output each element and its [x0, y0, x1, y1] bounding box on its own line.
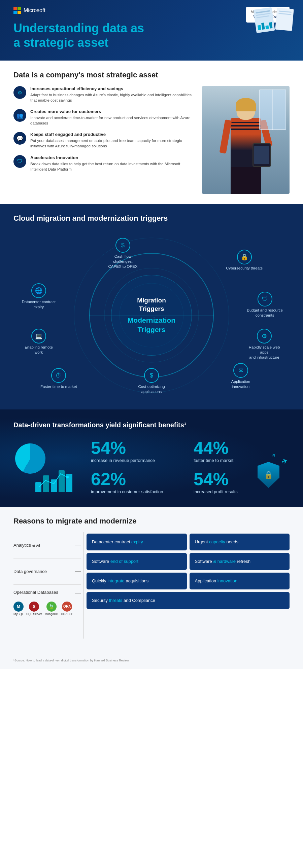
reason-row-1: Datacenter contract expiry Urgent capaci…	[87, 534, 290, 550]
header-section: Microsoft Migrate & Modernize Your Data …	[0, 0, 303, 61]
node-budget: 🛡 Budget and resourceconstraints	[247, 292, 283, 318]
doc-icon-2	[275, 8, 294, 31]
cashflow-label: Cash flow challenges,CAPEX to OPEX	[104, 254, 142, 269]
person-image	[202, 86, 290, 194]
shield-wrapper: 🔒 ✈ ✈	[257, 462, 279, 488]
btn-urgentcapacity[interactable]: Urgent capacity needs	[189, 534, 290, 550]
btn-hwrefresh[interactable]: Software & hardware refresh	[189, 553, 290, 570]
asset-point-0: ⚙ Increases operational efficiency and s…	[13, 86, 195, 103]
header-decoration	[255, 8, 293, 32]
reasons-layout: Analytics & AI Data governance Operation…	[13, 532, 290, 639]
ms-yellow-square	[18, 11, 21, 14]
migration-title: Cloud migration and modernization trigge…	[13, 214, 290, 223]
mysql-logo: M MySQL	[13, 601, 24, 616]
innovation-desc: Break down data silos to help get the be…	[30, 161, 195, 172]
customers-desc: Innovate and accelerate time-to-market f…	[30, 115, 195, 126]
strategic-title: Data is a company's most strategic asset	[13, 71, 290, 80]
reason-row-4: Security threats and Compliance	[87, 592, 290, 609]
connector-analytics	[75, 545, 81, 545]
reason-row-2: Software end of support Software & hardw…	[87, 553, 290, 570]
oracle-logo: ORA ORACLE	[61, 601, 73, 616]
btn-security[interactable]: Security threats and Compliance	[87, 592, 290, 609]
costopt-label: Cost-optimizing applications	[133, 384, 170, 394]
node-scale: ⚙ Rapidly scale web appsand infrastructu…	[246, 329, 283, 360]
btn-integrate[interactable]: Quickly integrate acquisitions	[87, 572, 187, 589]
footnote-text: ¹Source: How to lead a data-driven digit…	[13, 659, 290, 662]
sqlserver-logo: S SQL Server	[26, 601, 42, 616]
innovation-title: Accelerates Innovation	[30, 155, 195, 160]
connector-opdbs	[75, 593, 81, 593]
asset-point-3: 🛡 Accelerates Innovation Break down data…	[13, 155, 195, 172]
node-costopt: $ Cost-optimizing applications	[133, 368, 170, 394]
mongodb-label: MongoDB	[45, 612, 58, 616]
btn-datacenter[interactable]: Datacenter contract expiry	[87, 534, 187, 550]
node-cybersecurity: 🔒 Cybersecurity threats	[226, 250, 263, 271]
efficiency-title: Increases operational efficiency and sav…	[30, 86, 195, 91]
highlight-threats: threats	[109, 598, 123, 603]
efficiency-desc: Adapt fast to business changes with Azur…	[30, 92, 195, 103]
btn-integrate-text: Quickly integrate acquisitions	[92, 578, 149, 583]
footnote-section: ¹Source: How to lead a data-driven digit…	[0, 655, 303, 669]
migration-center-text: MigrationTriggers	[128, 297, 175, 313]
node-cashflow: $ Cash flow challenges,CAPEX to OPEX	[104, 238, 142, 269]
fastertime-icon: ⏱	[51, 368, 66, 383]
datacenter-icon: 🌐	[31, 283, 46, 298]
highlight-capacity: capacity	[209, 539, 225, 544]
db-logos: M MySQL S SQL Server 🍃 MongoDB ORA ORACL…	[13, 599, 74, 616]
btn-softwareeos[interactable]: Software end of support	[87, 553, 187, 570]
btn-appinnovation[interactable]: Application innovation	[189, 572, 290, 589]
fastertime-label: Faster time to market	[40, 384, 77, 389]
mysql-label: MySQL	[13, 612, 24, 616]
stat-0-desc: increase in revenue performance	[91, 458, 187, 464]
vertical-divider	[84, 532, 84, 639]
stat-2-percent: 62%	[91, 470, 187, 488]
mongodb-logo: 🍃 MongoDB	[45, 601, 58, 616]
innovation-icon: 🛡	[13, 155, 26, 168]
stat-0-percent: 54%	[91, 439, 187, 457]
benefits-graphic	[13, 440, 81, 494]
asset-point-2: 💬 Keeps staff engaged and productive Put…	[13, 132, 195, 149]
stat-1: 44% faster time to market	[193, 439, 290, 464]
strategic-section: Data is a company's most strategic asset…	[0, 61, 303, 204]
efficiency-text: Increases operational efficiency and sav…	[30, 86, 195, 103]
highlight-appinnovation: innovation	[217, 578, 237, 583]
highlight-eos: end of support	[111, 559, 139, 564]
appinnovation-icon: ✉	[233, 363, 248, 378]
highlight-integrate: integrate	[108, 578, 125, 583]
btn-urgentcapacity-text: Urgent capacity needs	[195, 539, 238, 544]
ms-squares-icon	[13, 7, 21, 14]
oracle-label: ORACLE	[61, 612, 73, 616]
staff-desc: Put your databases' management on auto-p…	[30, 138, 195, 149]
category-datagovt: Data governance	[13, 558, 81, 585]
staff-title: Keeps staff engaged and productive	[30, 132, 195, 137]
shield-decoration: 🔒 ✈ ✈	[257, 462, 279, 488]
category-opdbs: Operational Databases M MySQL S SQL Serv…	[13, 585, 81, 639]
svg-point-4	[66, 476, 69, 478]
mysql-icon: M	[13, 601, 24, 612]
btn-hwrefresh-text: Software & hardware refresh	[195, 559, 250, 564]
staff-icon: 💬	[13, 132, 26, 145]
btn-appinnovation-text: Application innovation	[195, 578, 238, 583]
page-title: Understanding data as a strategic asset	[13, 21, 290, 50]
shield-icon: 🔒	[257, 462, 279, 488]
customers-icon: 👥	[13, 109, 26, 122]
stat-2-desc: improvement in customer satisfaction	[91, 489, 187, 495]
cashflow-icon: $	[116, 238, 130, 253]
migration-diagram: MigrationTriggers ModernizationTriggers …	[13, 231, 290, 399]
cybersecurity-icon: 🔒	[237, 250, 252, 265]
remotework-icon: 💻	[31, 329, 46, 343]
reasons-categories: Analytics & AI Data governance Operation…	[13, 532, 81, 639]
benefits-title: Data-driven transformations yield signif…	[13, 421, 290, 429]
btn-datacenter-text: Datacenter contract expiry	[92, 539, 143, 544]
cybersecurity-label: Cybersecurity threats	[226, 266, 263, 271]
node-fastertime: ⏱ Faster time to market	[40, 368, 77, 389]
modernization-center-text: ModernizationTriggers	[128, 316, 175, 334]
remotework-label: Enabling remote work	[20, 345, 57, 355]
chart-container	[13, 440, 74, 494]
reasons-title: Reasons to migrate and modernize	[13, 517, 290, 526]
customers-text: Creates more value for customers Innovat…	[30, 109, 195, 126]
connector-datagovt	[75, 571, 81, 571]
node-datacenter: 🌐 Datacenter contract expiry	[20, 283, 57, 310]
migration-section: Cloud migration and modernization trigge…	[0, 204, 303, 409]
trend-line	[35, 467, 72, 492]
